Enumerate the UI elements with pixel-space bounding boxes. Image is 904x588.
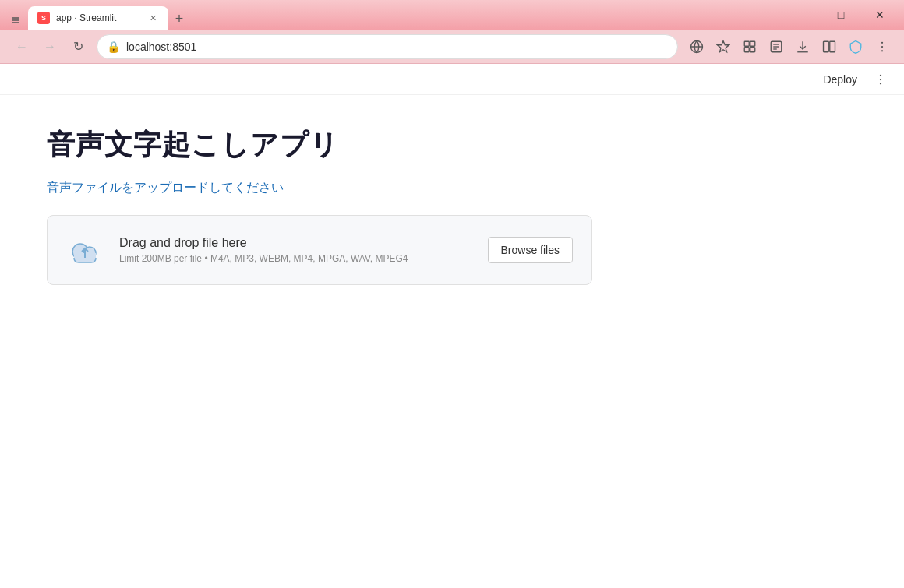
back-button[interactable]: ← [9, 34, 34, 59]
refresh-button[interactable]: ↻ [65, 34, 90, 59]
deploy-button[interactable]: Deploy [817, 70, 863, 89]
extensions-icon[interactable] [737, 34, 762, 59]
svg-point-17 [880, 78, 881, 79]
reader-icon[interactable] [764, 34, 789, 59]
lock-icon: 🔒 [107, 40, 120, 53]
minimize-button[interactable]: — [784, 3, 820, 26]
browse-files-button[interactable]: Browse files [488, 237, 573, 263]
download-icon[interactable] [790, 34, 815, 59]
drag-drop-label: Drag and drop file here [119, 236, 472, 250]
browser-menu-icon[interactable] [870, 34, 895, 59]
tab-strip: S app · Streamlit ✕ + [6, 0, 781, 30]
page-content: 音声文字起こしアプリ 音声ファイルをアップロードしてください Drag and … [0, 95, 904, 588]
shield-icon[interactable] [843, 34, 868, 59]
file-upload-area: Drag and drop file here Limit 200MB per … [47, 215, 592, 285]
nav-bar: ← → ↻ 🔒 localhost:8501 [0, 30, 904, 64]
tab-title: app · Streamlit [56, 12, 140, 23]
svg-rect-11 [824, 41, 829, 52]
streamlit-menu-icon[interactable] [870, 69, 892, 90]
svg-rect-12 [830, 41, 835, 52]
upload-text-area: Drag and drop file here Limit 200MB per … [119, 236, 472, 264]
maximize-button[interactable]: □ [823, 3, 859, 26]
svg-point-16 [880, 74, 881, 76]
svg-marker-1 [718, 40, 729, 51]
tab-favicon: S [37, 12, 50, 24]
svg-rect-5 [750, 47, 755, 51]
new-tab-button[interactable]: + [168, 8, 190, 30]
forward-button[interactable]: → [37, 34, 62, 59]
split-icon[interactable] [817, 34, 842, 59]
svg-point-15 [881, 50, 883, 51]
svg-rect-4 [744, 47, 749, 51]
page-subtitle: 音声ファイルをアップロードしてください [47, 180, 857, 196]
window-controls: — □ ✕ [784, 3, 898, 26]
svg-rect-3 [750, 41, 755, 46]
cloud-upload-icon [66, 231, 104, 269]
file-limit-label: Limit 200MB per file • M4A, MP3, WEBM, M… [119, 253, 472, 264]
streamlit-top-bar: Deploy [0, 64, 904, 95]
svg-point-18 [880, 83, 881, 84]
svg-rect-2 [744, 41, 749, 46]
active-tab[interactable]: S app · Streamlit ✕ [28, 6, 168, 30]
translate-icon[interactable] [684, 34, 709, 59]
tab-list-button[interactable] [6, 11, 25, 30]
nav-actions [684, 34, 895, 59]
close-button[interactable]: ✕ [862, 3, 898, 26]
tab-close-button[interactable]: ✕ [147, 12, 159, 24]
svg-point-13 [881, 41, 883, 43]
star-icon[interactable] [711, 34, 736, 59]
address-bar[interactable]: 🔒 localhost:8501 [97, 34, 678, 59]
page-title: 音声文字起こしアプリ [47, 126, 857, 164]
url-text: localhost:8501 [126, 40, 668, 53]
svg-point-14 [881, 45, 883, 47]
title-bar: S app · Streamlit ✕ + — □ ✕ [0, 0, 904, 30]
